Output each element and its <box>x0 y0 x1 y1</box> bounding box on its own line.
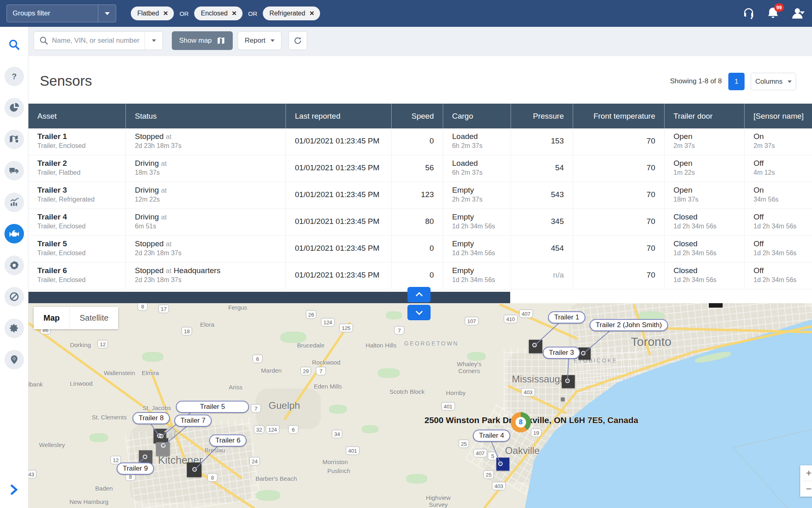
road-badge: 403 <box>521 388 535 397</box>
refresh-button[interactable] <box>288 31 307 50</box>
chip-label: Refrigerated <box>269 10 305 17</box>
table-header-row: AssetStatusLast reportedSpeedCargoPressu… <box>28 104 812 128</box>
table-row[interactable]: Trailer 2Trailer, FlatbedDriving at 18m … <box>28 155 812 182</box>
cell-pressure: 153 <box>511 128 573 155</box>
show-map-button[interactable]: Show map <box>172 31 233 50</box>
sidebar-item-gear-settings[interactable] <box>4 319 24 338</box>
sidebar-item-productivity-chart[interactable] <box>4 193 24 212</box>
trailer-label-pill[interactable]: Trailer 2 (John Smith) <box>590 319 668 331</box>
collapse-map-button[interactable] <box>407 287 431 302</box>
cluster-count: 8 <box>515 417 526 428</box>
cell-last-reported: 01/01/2021 01:23:45 PM <box>286 155 392 182</box>
sidebar-item-rules[interactable] <box>4 287 24 306</box>
groups-filter-caret[interactable] <box>98 5 116 22</box>
map-town-label: Breslau <box>205 447 225 454</box>
map-city-label: Oakville <box>505 445 539 456</box>
chip-remove-icon[interactable]: ✕ <box>309 10 314 17</box>
road-badge: 124 <box>266 426 279 434</box>
sidebar-expand-chevron-icon[interactable] <box>6 483 20 498</box>
columns-button[interactable]: Columns <box>751 73 796 90</box>
road-badge: 19 <box>531 429 541 437</box>
bell-icon[interactable]: 99 <box>765 6 781 21</box>
table-row[interactable]: Trailer 6Trailer, EnclosedStopped at Hea… <box>28 263 812 289</box>
or-label: OR <box>180 10 189 17</box>
headset-icon[interactable] <box>741 6 756 21</box>
asset-cluster-marker[interactable]: 8 <box>511 412 531 432</box>
trailer-label-pill[interactable]: Trailer 7 <box>174 415 212 427</box>
trailer-label-pill[interactable]: Trailer 3 <box>543 347 580 359</box>
page-1-button[interactable]: 1 <box>728 73 745 90</box>
column-header-front-temperature[interactable]: Front temperature <box>573 104 665 128</box>
report-button[interactable]: Report <box>238 31 281 50</box>
column-header-status[interactable]: Status <box>126 104 286 128</box>
chip-remove-icon[interactable]: ✕ <box>232 10 237 17</box>
groups-filter-dropdown[interactable]: Groups filter <box>6 4 116 22</box>
zoom-out-button[interactable]: − <box>800 481 812 497</box>
road-badge: 407 <box>519 310 533 318</box>
cell-asset: Trailer 4Trailer, Enclosed <box>28 209 126 235</box>
column-header-asset[interactable]: Asset <box>28 104 126 128</box>
expand-map-button[interactable] <box>407 305 431 320</box>
map-town-label: Morriston <box>323 458 348 465</box>
table-row[interactable]: Trailer 3Trailer, RefrigeratedDriving at… <box>28 182 812 209</box>
sidebar-item-pie-chart[interactable] <box>4 98 24 117</box>
search-input[interactable] <box>49 37 145 45</box>
cell-last-reported: 01/01/2021 01:23:45 PM <box>286 128 392 155</box>
trailer-label-pill[interactable]: Trailer 1 <box>548 311 585 323</box>
horizontal-scrollbar[interactable] <box>28 292 510 303</box>
trailer-label-pill[interactable]: Trailer 5 <box>176 401 249 413</box>
cell-pressure: 543 <box>511 182 573 208</box>
cell-cargo: Loaded6h 2m 37s <box>443 155 511 182</box>
column-header-speed[interactable]: Speed <box>392 104 443 128</box>
gear-settings-icon <box>9 323 19 334</box>
table-row[interactable]: Trailer 1Trailer, EnclosedStopped at 2d … <box>28 128 812 155</box>
filter-chip-enclosed[interactable]: Enclosed✕ <box>194 7 242 20</box>
rules-icon <box>9 291 19 302</box>
column-header-trailer-door[interactable]: Trailer door <box>665 104 745 128</box>
cell-front-temperature: 70 <box>573 155 665 182</box>
asset-search-box[interactable] <box>34 31 163 50</box>
cell-asset: Trailer 1Trailer, Enclosed <box>28 128 126 155</box>
table-row[interactable]: Trailer 4Trailer, EnclosedDriving at 6m … <box>28 209 812 236</box>
cell-last-reported: 01/01/2021 01:23:45 PM <box>286 236 392 262</box>
road-badge: 401 <box>346 447 359 455</box>
filter-chip-refrigerated[interactable]: Refrigerated✕ <box>263 7 320 20</box>
map-icon <box>217 36 225 45</box>
sidebar-item-truck[interactable] <box>4 161 24 180</box>
road-badge: 26 <box>306 310 316 319</box>
satellite-view-button[interactable]: Satellite <box>69 307 118 329</box>
column-header-sensor-name[interactable]: [Sensor name] <box>745 104 812 128</box>
chip-remove-icon[interactable]: ✕ <box>163 10 168 17</box>
map-city-label: Toronto <box>631 335 671 349</box>
sidebar-item-map[interactable] <box>4 130 24 149</box>
table-row[interactable]: Trailer 5Trailer, EnclosedStopped at 2d … <box>28 236 812 263</box>
cell-speed: 56 <box>392 155 443 182</box>
road-badge: 25 <box>459 440 469 448</box>
column-header-last-reported[interactable]: Last reported <box>286 104 392 128</box>
map-town-label: Barber's Beach <box>256 475 297 482</box>
column-header-cargo[interactable]: Cargo <box>443 104 511 128</box>
topbar-caret-down-icon[interactable] <box>800 11 805 14</box>
sidebar-item-nut-settings[interactable] <box>4 256 24 275</box>
sidebar-item-zones[interactable] <box>4 350 24 369</box>
map-view-button[interactable]: Map <box>34 307 69 329</box>
road-badge: 34 <box>332 430 342 439</box>
sidebar-item-help[interactable]: ? <box>4 67 24 86</box>
trailer-label-pill[interactable]: Trailer 6 <box>209 434 247 447</box>
sidebar-item-search[interactable] <box>4 35 24 54</box>
map-type-control: Map Satellite <box>34 307 118 329</box>
zoom-in-button[interactable]: + <box>800 465 812 481</box>
trailer-map-marker[interactable] <box>561 397 565 401</box>
trailer-label-pill[interactable]: Trailer 4 <box>473 430 510 442</box>
road-badge: 124 <box>321 318 335 327</box>
search-options-caret[interactable] <box>145 32 162 50</box>
map-canvas[interactable]: TorontoMississaugaKitchenerGuelphOakvill… <box>28 303 812 508</box>
filter-chip-flatbed[interactable]: Flatbed✕ <box>131 7 174 20</box>
cell-last-reported: 01/01/2021 01:23:45 PM <box>286 263 392 289</box>
map-town-label: Elmira <box>142 369 159 376</box>
column-header-pressure[interactable]: Pressure <box>511 104 573 128</box>
trailer-label-pill[interactable]: Trailer 9 <box>117 462 154 475</box>
map-town-label: Highview Survey <box>426 494 451 508</box>
trailer-label-pill[interactable]: Trailer 8 <box>132 412 170 424</box>
sidebar-item-engine[interactable] <box>4 224 24 243</box>
